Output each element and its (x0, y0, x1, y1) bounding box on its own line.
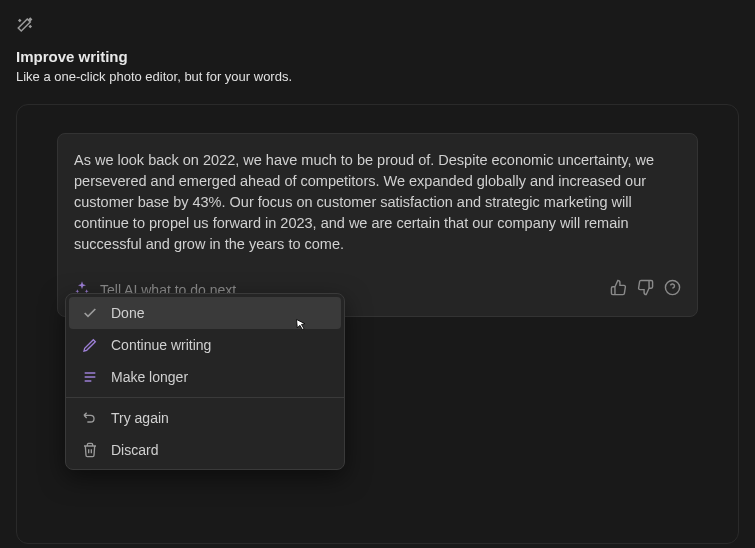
menu-item-label: Done (111, 305, 144, 321)
menu-item-continue-writing[interactable]: Continue writing (69, 329, 341, 361)
magic-wand-icon (16, 16, 739, 38)
menu-item-done[interactable]: Done (69, 297, 341, 329)
undo-icon (81, 409, 99, 427)
menu-item-label: Discard (111, 442, 158, 458)
help-icon[interactable] (664, 279, 681, 300)
header: Improve writing Like a one-click photo e… (16, 16, 739, 84)
action-menu: Done Continue writing Make longer (65, 293, 345, 470)
menu-item-discard[interactable]: Discard (69, 434, 341, 466)
thumbs-down-icon[interactable] (637, 279, 654, 300)
ai-content-box: As we look back on 2022, we have much to… (57, 133, 698, 317)
feedback-icons (610, 279, 681, 300)
menu-item-label: Try again (111, 410, 169, 426)
lines-icon (81, 368, 99, 386)
page-title: Improve writing (16, 48, 739, 65)
page-subtitle: Like a one-click photo editor, but for y… (16, 69, 739, 84)
main-panel: As we look back on 2022, we have much to… (16, 104, 739, 544)
check-icon (81, 304, 99, 322)
generated-text: As we look back on 2022, we have much to… (74, 150, 681, 255)
thumbs-up-icon[interactable] (610, 279, 627, 300)
menu-item-make-longer[interactable]: Make longer (69, 361, 341, 393)
menu-divider (66, 397, 344, 398)
menu-item-label: Make longer (111, 369, 188, 385)
trash-icon (81, 441, 99, 459)
menu-item-label: Continue writing (111, 337, 211, 353)
menu-item-try-again[interactable]: Try again (69, 402, 341, 434)
pencil-icon (81, 336, 99, 354)
